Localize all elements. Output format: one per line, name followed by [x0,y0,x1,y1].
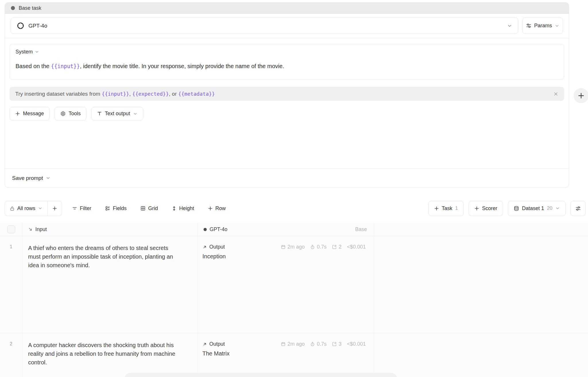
tokens-icon [332,342,337,347]
model-row: GPT-4o Params [5,14,569,38]
save-prompt-button[interactable]: Save prompt [12,175,51,181]
input-column-header[interactable]: Input [22,223,198,236]
tools-icon [60,111,66,116]
all-rows-selector[interactable]: All rows [5,201,47,216]
fields-label: Fields [113,205,127,211]
stopwatch-icon [310,245,315,249]
system-message-box[interactable]: System Based on the {{input}}, identify … [9,44,564,80]
hint-metadata-variable: {{metadata}} [178,91,215,97]
prompt-input-variable: {{input}} [51,63,80,69]
arrow-up-right-icon [202,342,207,347]
output-cell[interactable]: Output 2m ago 0.7s [198,236,374,333]
filter-button[interactable]: Filter [68,201,95,216]
text-output-icon [97,111,102,116]
horizontal-scrollbar[interactable] [125,373,397,377]
hint-input-variable: {{input}} [102,91,129,97]
sliders-icon [526,23,531,28]
calendar-icon [281,342,286,347]
grid-icon [140,206,146,211]
plus-icon [434,206,439,211]
height-icon [172,206,177,211]
dataset-label: Dataset 1 [522,205,544,211]
text-output-label: Text output [105,111,130,117]
cost: <$0.001 [347,341,366,347]
task-label: Task [442,205,452,211]
row-label: Row [215,205,226,211]
input-cell[interactable]: A computer hacker discovers the shocking… [22,333,198,377]
system-prompt-text[interactable]: Based on the {{input}}, identify the mov… [16,62,558,71]
prompt-prefix: Based on the [16,63,51,69]
row-scope-control: All rows [5,201,62,216]
add-row-button[interactable]: Row [204,201,229,216]
chevron-down-icon [35,50,39,54]
chevron-down-icon [555,206,560,211]
params-label: Params [534,23,552,29]
input-cell[interactable]: A thief who enters the dreams of others … [22,236,198,333]
output-label: Output [209,341,225,347]
plus-icon [474,206,479,211]
grid-toolbar: All rows Filter Fields [5,201,586,216]
lock-icon [10,206,15,211]
fields-icon [105,206,110,211]
output-label: Output [209,244,225,250]
close-icon[interactable] [553,91,558,97]
dataset-count-badge: 20 [547,205,552,211]
tools-button[interactable]: Tools [55,107,86,120]
token-count: 2 [332,244,341,250]
all-rows-label: All rows [17,205,35,211]
input-column-label: Input [35,226,47,232]
cost: <$0.001 [347,244,366,250]
chevron-down-icon [38,206,42,211]
add-row-scope-button[interactable] [48,201,62,216]
table-row[interactable]: 1 A thief who enters the dreams of other… [0,236,588,333]
add-scorer-button[interactable]: Scorer [469,201,503,216]
chevron-down-icon [133,111,138,116]
text-output-button[interactable]: Text output [91,107,143,120]
system-label: System [16,49,33,55]
arrow-up-right-icon [202,245,207,249]
plus-icon [208,206,213,211]
row-height-button[interactable]: Height [168,201,198,216]
model-dot-icon [204,228,207,231]
model-column-header[interactable]: GPT-4o Base [198,223,374,236]
grid-view-button[interactable]: Grid [137,201,162,216]
system-role-selector[interactable]: System [16,49,39,55]
output-cell[interactable]: Output 2m ago 0.7s [198,333,374,377]
timestamp: 2m ago [281,341,305,347]
filter-label: Filter [80,205,91,211]
add-task-button[interactable]: Task 1 [428,201,464,216]
select-all-checkbox[interactable] [7,225,15,233]
params-button[interactable]: Params [522,18,563,34]
base-task-panel: Base task GPT-4o [5,2,569,188]
chevron-down-icon [46,176,51,180]
dataset-selector[interactable]: Dataset 1 20 [508,201,566,216]
add-message-button[interactable]: Message [9,107,50,120]
table-row[interactable]: 2 A computer hacker discovers the shocki… [0,333,588,377]
prompt-suffix: , identify the movie title. In your resp… [80,63,284,69]
hint-expected-variable: {{expected}} [132,91,169,97]
hint-text: Try inserting dataset variables from [15,91,102,97]
fields-button[interactable]: Fields [101,201,130,216]
prompt-footer: Save prompt [5,168,569,187]
model-select[interactable]: GPT-4o [11,18,518,34]
timestamp: 2m ago [281,244,305,250]
latency: 0.7s [310,244,326,250]
openai-logo-icon [17,22,24,30]
model-column-label: GPT-4o [210,226,227,232]
message-label: Message [23,111,44,117]
grid-settings-button[interactable] [570,201,586,216]
grid-label: Grid [148,205,158,211]
filter-icon [72,206,77,211]
token-count: 3 [332,341,341,347]
add-task-column-button[interactable] [574,88,588,103]
dataset-variables-hint: Try inserting dataset variables from {{i… [9,87,564,101]
arrow-down-right-icon [28,227,33,232]
grid-header: Input GPT-4o Base [0,223,588,236]
task-title: Base task [19,5,41,11]
task-count-badge: 1 [455,205,458,211]
model-name: GPT-4o [28,23,47,29]
plus-icon [15,111,20,116]
row-number: 2 [0,333,22,377]
task-header: Base task [5,3,569,14]
latency: 0.7s [310,341,326,347]
